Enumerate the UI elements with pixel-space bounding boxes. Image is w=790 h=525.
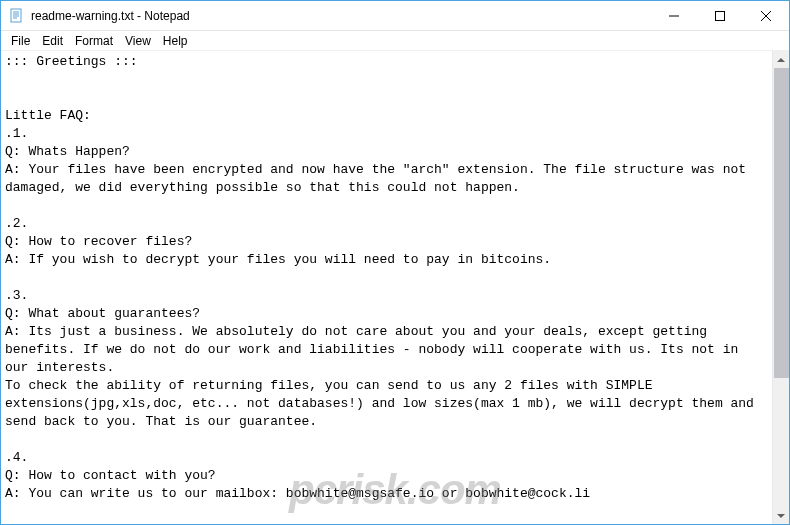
window-controls — [651, 1, 789, 30]
maximize-button[interactable] — [697, 1, 743, 30]
close-button[interactable] — [743, 1, 789, 30]
menu-help[interactable]: Help — [157, 33, 194, 49]
vertical-scrollbar[interactable] — [772, 51, 789, 524]
window-title: readme-warning.txt - Notepad — [31, 9, 651, 23]
menu-view[interactable]: View — [119, 33, 157, 49]
svg-marker-10 — [777, 514, 785, 518]
menu-edit[interactable]: Edit — [36, 33, 69, 49]
notepad-icon — [9, 8, 25, 24]
text-content[interactable]: ::: Greetings ::: Little FAQ: .1. Q: Wha… — [1, 51, 772, 524]
scroll-up-arrow[interactable] — [773, 51, 789, 68]
titlebar: readme-warning.txt - Notepad — [1, 1, 789, 31]
minimize-button[interactable] — [651, 1, 697, 30]
menu-file[interactable]: File — [5, 33, 36, 49]
svg-rect-6 — [716, 11, 725, 20]
editor-area: ::: Greetings ::: Little FAQ: .1. Q: Wha… — [1, 51, 789, 524]
svg-marker-9 — [777, 58, 785, 62]
scroll-thumb[interactable] — [774, 68, 789, 378]
menubar: File Edit Format View Help — [1, 31, 789, 51]
scroll-down-arrow[interactable] — [773, 507, 789, 524]
menu-format[interactable]: Format — [69, 33, 119, 49]
